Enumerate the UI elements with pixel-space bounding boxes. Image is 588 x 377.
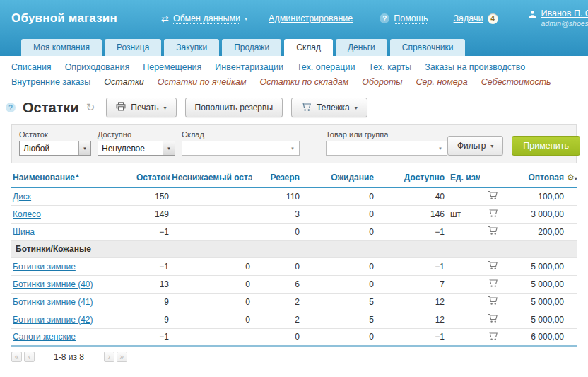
tab-references[interactable]: Справочники: [390, 39, 466, 56]
subnav-writeoffs[interactable]: Списания: [11, 62, 52, 72]
subnav-inventories[interactable]: Инвентаризации: [215, 62, 283, 72]
chevron-down-icon: ▼: [167, 146, 171, 151]
wholesale-cell: 5 000,00: [505, 257, 565, 275]
min-stock-cell: [170, 205, 252, 223]
first-page-button[interactable]: «: [11, 352, 22, 362]
add-to-cart-icon[interactable]: [488, 313, 498, 325]
main-tabs: Моя компания Розница Закупки Продажи Скл…: [21, 39, 465, 56]
add-to-cart-icon[interactable]: [488, 208, 498, 220]
item-link[interactable]: Колесо: [13, 209, 41, 219]
prev-page-button[interactable]: ‹: [24, 352, 35, 362]
chevron-down-icon: ▼: [290, 146, 295, 151]
column-header-reserve[interactable]: Резерв: [252, 173, 301, 187]
add-to-cart-icon[interactable]: [488, 331, 498, 343]
column-header-stock[interactable]: Остаток: [135, 173, 170, 187]
user-menu[interactable]: Иванов П. С. admin@shoes: [528, 8, 588, 28]
available-cell: 40: [375, 187, 446, 205]
pagination: « ‹ 1-8 из 8 › »: [11, 352, 577, 362]
available-cell: −1: [375, 223, 446, 240]
item-link[interactable]: Ботинки зимние (42): [13, 315, 93, 325]
data-exchange-menu[interactable]: ⇄ Обмен данными ▾: [161, 13, 247, 24]
column-header-available[interactable]: Доступно: [375, 173, 446, 187]
stock-cell: 9: [135, 311, 170, 328]
add-to-cart-icon[interactable]: [488, 260, 498, 272]
subnav-serial-numbers[interactable]: Сер. номера: [416, 77, 468, 87]
min-stock-cell: 0: [170, 311, 252, 328]
available-filter-value: Ненулевое: [98, 141, 163, 155]
item-link[interactable]: Сапоги женские: [13, 332, 76, 342]
column-header-unit[interactable]: Ед. изм.: [446, 173, 480, 187]
subnav-tech-cards[interactable]: Тех. карты: [368, 62, 411, 72]
tab-warehouse[interactable]: Склад: [284, 39, 333, 56]
stock-cell: −1: [135, 257, 170, 275]
warehouse-combobox[interactable]: ▼: [182, 141, 300, 156]
unit-cell: [446, 187, 480, 205]
chevron-down-icon: ▼: [438, 146, 442, 151]
administration-link[interactable]: Администрирование: [269, 13, 353, 23]
item-link[interactable]: Диск: [13, 192, 31, 202]
add-to-cart-icon[interactable]: [488, 226, 498, 238]
last-page-button[interactable]: »: [117, 352, 127, 362]
subnav-internal-orders[interactable]: Внутренние заказы: [11, 77, 90, 87]
tasks-count-badge: 4: [488, 13, 498, 24]
add-to-cart-icon[interactable]: [488, 190, 498, 202]
product-combobox[interactable]: ▼: [326, 141, 447, 156]
subnav-receivings[interactable]: Оприходования: [65, 62, 130, 72]
subnav-tech-operations[interactable]: Тех. операции: [297, 62, 355, 72]
add-to-cart-icon[interactable]: [488, 296, 498, 308]
column-header-min-stock[interactable]: Неснижаемый остат...: [170, 173, 252, 187]
warehouse-subnav: Списания Оприходования Перемещения Инвен…: [11, 56, 577, 87]
min-stock-cell: 0: [170, 293, 252, 311]
tab-purchases[interactable]: Закупки: [164, 39, 219, 56]
subnav-transfers[interactable]: Перемещения: [143, 62, 201, 72]
tab-money[interactable]: Деньги: [336, 39, 387, 56]
refresh-icon[interactable]: ↻: [86, 101, 95, 114]
tab-my-company[interactable]: Моя компания: [21, 39, 102, 56]
cart-menu-button[interactable]: Тележка ▾: [291, 98, 368, 117]
unit-cell: [446, 328, 480, 346]
page-help-icon[interactable]: ?: [6, 103, 16, 112]
subnav-stock-current: Остатки: [104, 77, 143, 87]
stock-cell: 13: [135, 275, 170, 293]
subnav-turnovers[interactable]: Обороты: [362, 77, 402, 87]
tab-retail[interactable]: Розница: [105, 39, 161, 56]
stock-filter-select[interactable]: Любой ▼: [19, 141, 91, 156]
user-name-link[interactable]: Иванов П. С.: [541, 8, 588, 18]
column-header-awaiting[interactable]: Ожидание: [301, 173, 375, 187]
wholesale-cell: 5 000,00: [505, 275, 565, 293]
available-filter-label: Доступно: [98, 130, 175, 139]
subnav-stock-by-cells[interactable]: Остатки по ячейкам: [158, 77, 247, 87]
tab-sales[interactable]: Продажи: [222, 39, 281, 56]
select-dropdown-button[interactable]: ▼: [163, 141, 175, 155]
print-button[interactable]: Печать ▾: [106, 98, 176, 117]
min-stock-cell: [170, 328, 252, 346]
table-row: Сапоги женские −1 0 0 −1 6 000,00: [11, 328, 577, 346]
item-link[interactable]: Шина: [13, 227, 35, 237]
select-dropdown-button[interactable]: ▼: [78, 141, 90, 155]
item-link[interactable]: Ботинки зимние: [13, 262, 76, 272]
item-link[interactable]: Ботинки зимние (40): [13, 279, 93, 289]
tasks-link[interactable]: Задачи: [454, 13, 483, 23]
sort-asc-icon: ▲: [75, 173, 80, 178]
available-filter-select[interactable]: Ненулевое ▼: [98, 141, 175, 156]
filter-button[interactable]: Фильтр ▾: [447, 136, 503, 156]
column-settings[interactable]: ⚙▾: [565, 173, 577, 187]
apply-button[interactable]: Применить: [512, 136, 580, 156]
min-stock-cell: 0: [170, 275, 252, 293]
add-to-cart-icon[interactable]: [488, 278, 498, 290]
unit-cell: [446, 257, 480, 275]
item-link[interactable]: Ботинки зимние (41): [13, 297, 93, 307]
help-menu[interactable]: ? Помощь: [380, 13, 428, 24]
subnav-cost-price[interactable]: Себестоимость: [481, 77, 551, 87]
column-header-name[interactable]: Наименование▲: [11, 173, 135, 187]
wholesale-cell: 100,00: [505, 187, 565, 205]
column-header-wholesale[interactable]: Оптовая: [505, 173, 565, 187]
app-title: Обувной магазин: [11, 11, 151, 25]
reserve-cell: 3: [252, 205, 301, 223]
subnav-stock-by-warehouses[interactable]: Остатки по складам: [259, 77, 348, 87]
available-cell: −1: [375, 257, 446, 275]
next-page-button[interactable]: ›: [104, 352, 114, 362]
exchange-icon: ⇄: [161, 13, 169, 24]
replenish-reserves-button[interactable]: Пополнить резервы: [185, 98, 283, 117]
subnav-production-orders[interactable]: Заказы на производство: [425, 62, 525, 72]
